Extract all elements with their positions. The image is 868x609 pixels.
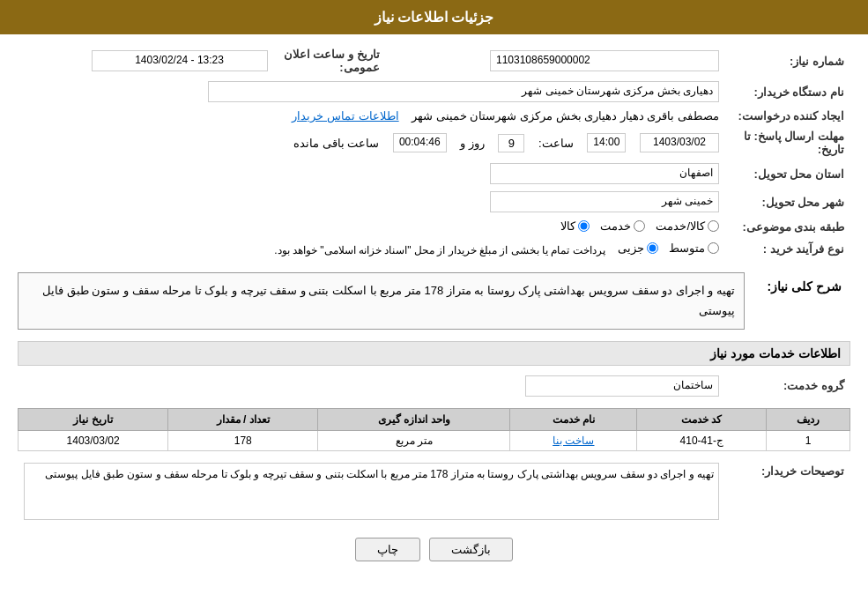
services-section-title: اطلاعات خدمات مورد نیاز bbox=[18, 341, 850, 366]
process-option-2: متوسط bbox=[669, 241, 719, 255]
page-content: شماره نیاز: 1103108659000002 تاریخ و ساع… bbox=[0, 34, 868, 581]
category-option-3: کالا/خدمت bbox=[656, 219, 719, 233]
process-radio-group: متوسط جزیی bbox=[618, 241, 719, 255]
category-radio-kala[interactable] bbox=[578, 220, 590, 232]
process-option-1: جزیی bbox=[618, 241, 658, 255]
col-need-date: تاریخ نیاز bbox=[19, 408, 168, 430]
category-label-kala: کالا bbox=[560, 219, 575, 233]
buyer-desc-cell bbox=[19, 460, 723, 525]
province-cell: اصفهان bbox=[19, 160, 723, 187]
process-note: پرداخت تمام یا بخشی از مبلغ خریدار از مح… bbox=[274, 244, 605, 256]
station-label: نام دستگاه خریدار: bbox=[725, 78, 849, 105]
remaining-value: 00:04:46 bbox=[393, 133, 447, 152]
process-label-motavasset: متوسط bbox=[669, 241, 705, 255]
need-number-value: 1103108659000002 bbox=[490, 50, 719, 71]
creator-value: مصطفی باقری دهیار دهیاری بخش مرکزی شهرست… bbox=[412, 109, 719, 123]
cell-quantity: 178 bbox=[168, 430, 318, 450]
col-row-num: ردیف bbox=[767, 408, 850, 430]
time-value: 14:00 bbox=[587, 133, 626, 152]
cell-need-date: 1403/03/02 bbox=[19, 430, 168, 450]
publish-date-value: 1403/02/24 - 13:23 bbox=[92, 50, 268, 71]
page-title: جزئیات اطلاعات نیاز bbox=[375, 10, 494, 25]
station-cell: دهیاری بخش مرکزی شهرستان خمینی شهر bbox=[19, 78, 723, 105]
col-service-name: نام خدمت bbox=[510, 408, 637, 430]
process-radio-motavasset[interactable] bbox=[708, 242, 719, 254]
description-section: شرح کلی نیاز: تهیه و اجرای دو سقف سرویس … bbox=[18, 268, 850, 334]
need-number-label: شماره نیاز: bbox=[725, 45, 849, 77]
city-label: شهر محل تحویل: bbox=[725, 189, 849, 215]
days-label: روز و bbox=[460, 137, 485, 150]
category-radio-khedmat[interactable] bbox=[634, 220, 645, 232]
category-label: طبقه بندی موضوعی: bbox=[725, 217, 849, 237]
button-row: بازگشت چاپ bbox=[18, 538, 850, 561]
cell-row-num: 1 bbox=[767, 430, 850, 450]
page-wrapper: جزئیات اطلاعات نیاز شماره نیاز: 11031086… bbox=[0, 0, 868, 609]
page-header: جزئیات اطلاعات نیاز bbox=[0, 0, 868, 34]
creator-label: ایجاد کننده درخواست: bbox=[725, 107, 849, 125]
cell-service-code: ج-41-410 bbox=[637, 430, 767, 450]
province-value: اصفهان bbox=[490, 163, 719, 184]
contact-link[interactable]: اطلاعات تماس خریدار bbox=[292, 109, 398, 123]
deadline-cell: ساعت باقی مانده 00:04:46 روز و 9 ساعت: 1… bbox=[19, 127, 723, 159]
category-radio-group: کالا/خدمت خدمت کالا bbox=[560, 219, 719, 233]
back-button[interactable]: بازگشت bbox=[429, 538, 513, 561]
process-radio-jozi[interactable] bbox=[647, 242, 658, 254]
cell-unit: متر مربع bbox=[318, 430, 510, 450]
buyer-desc-textarea[interactable] bbox=[24, 463, 719, 520]
category-option-1: کالا bbox=[560, 219, 590, 233]
service-group-cell: ساختمان bbox=[19, 373, 723, 399]
publish-date-label: تاریخ و ساعت اعلان عمومی: bbox=[274, 45, 397, 77]
cell-service-name[interactable]: ساخت بنا bbox=[510, 430, 637, 450]
buyer-desc-table: توصیحات خریدار: bbox=[18, 458, 850, 527]
time-label: ساعت: bbox=[538, 137, 574, 150]
description-title: شرح کلی نیاز: bbox=[753, 275, 850, 298]
col-service-code: کد خدمت bbox=[637, 408, 767, 430]
service-group-value: ساختمان bbox=[525, 375, 719, 397]
category-cell: کالا/خدمت خدمت کالا bbox=[19, 217, 723, 237]
buyer-desc-label: توصیحات خریدار: bbox=[725, 460, 849, 525]
need-number-cell: 1103108659000002 bbox=[399, 45, 723, 77]
creator-cell: مصطفی باقری دهیار دهیاری بخش مرکزی شهرست… bbox=[19, 107, 723, 125]
station-value: دهیاری بخش مرکزی شهرستان خمینی شهر bbox=[208, 81, 719, 102]
print-button[interactable]: چاپ bbox=[355, 538, 420, 561]
table-row: 1 ج-41-410 ساخت بنا متر مربع 178 1403/03… bbox=[19, 430, 850, 450]
province-label: استان محل تحویل: bbox=[725, 160, 849, 187]
services-table: ردیف کد خدمت نام خدمت واحد اندازه گیری ت… bbox=[18, 408, 850, 451]
main-info-table: شماره نیاز: 1103108659000002 تاریخ و ساع… bbox=[18, 43, 850, 261]
category-option-2: خدمت bbox=[600, 219, 645, 233]
category-label-khedmat: خدمت bbox=[600, 219, 631, 233]
city-cell: خمینی شهر bbox=[19, 189, 723, 215]
process-cell: متوسط جزیی پرداخت تمام یا بخشی از مبلغ خ… bbox=[19, 239, 723, 259]
category-radio-kala-khedmat[interactable] bbox=[708, 220, 719, 232]
city-value: خمینی شهر bbox=[490, 191, 719, 212]
col-quantity: تعداد / مقدار bbox=[168, 408, 318, 430]
publish-date-cell: 1403/02/24 - 13:23 bbox=[19, 45, 272, 77]
col-unit: واحد اندازه گیری bbox=[318, 408, 510, 430]
remaining-label: ساعت باقی مانده bbox=[293, 137, 379, 150]
description-text: تهیه و اجرای دو سقف سرویس بهداشتی پارک ر… bbox=[18, 272, 745, 330]
category-label-kala-khedmat: کالا/خدمت bbox=[656, 219, 705, 233]
process-label-jozi: جزیی bbox=[618, 241, 644, 255]
days-value: 9 bbox=[498, 134, 524, 152]
date-value: 1403/03/02 bbox=[640, 133, 719, 152]
deadline-label: مهلت ارسال پاسخ: تا تاریخ: bbox=[725, 127, 849, 159]
service-group-table: گروه خدمت: ساختمان bbox=[18, 371, 850, 401]
service-group-label: گروه خدمت: bbox=[725, 373, 849, 399]
process-label: نوع فرآیند خرید : bbox=[725, 239, 849, 259]
